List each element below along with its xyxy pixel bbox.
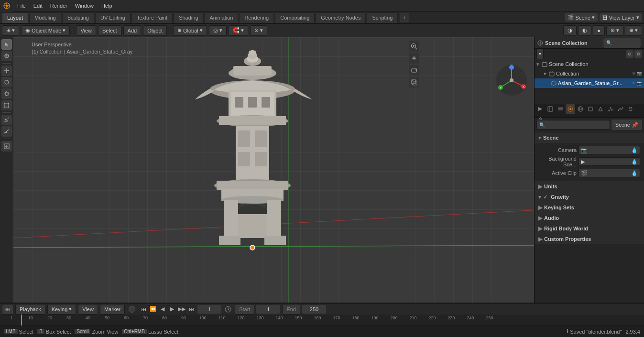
bg-scene-value[interactable]: ▶ 💧 xyxy=(579,157,640,166)
statue-render-icon[interactable]: 📷 xyxy=(637,81,642,86)
custom-props-section-header[interactable]: ▶ Custom Properties xyxy=(535,234,644,244)
outliner-search[interactable]: 🔍 xyxy=(603,38,641,48)
select-menu[interactable]: Select xyxy=(98,25,121,36)
outliner-filter-btn[interactable]: ▾ xyxy=(536,49,544,59)
timeline-editor-type[interactable] xyxy=(2,304,13,315)
tab-texture-paint[interactable]: Texture Paint xyxy=(131,12,173,23)
transform-tool-button[interactable] xyxy=(1,100,12,110)
outliner-sync-btn[interactable]: ⊙ xyxy=(626,50,633,58)
tab-scripting[interactable]: Scripting xyxy=(367,12,398,23)
object-menu[interactable]: Object xyxy=(143,25,167,36)
particles-props-tab[interactable] xyxy=(606,104,615,114)
transform-orientations[interactable]: ⊕ Global ▾ xyxy=(173,25,207,36)
scene-section-header[interactable]: ▾ Scene xyxy=(535,132,644,143)
keying-menu[interactable]: Keying ▾ xyxy=(47,304,76,315)
rotate-tool-button[interactable] xyxy=(1,77,12,87)
scale-tool-button[interactable] xyxy=(1,88,12,99)
menu-window[interactable]: Window xyxy=(71,0,98,11)
view-menu-timeline[interactable]: View xyxy=(78,304,98,315)
axis-gizmo-svg[interactable]: Z X Y xyxy=(495,64,528,97)
outliner-settings-btn[interactable]: ⚙ xyxy=(634,50,642,58)
viewport-3d[interactable]: User Perspective (1) Collection | Asian_… xyxy=(13,37,534,303)
move-tool-button[interactable] xyxy=(1,65,12,76)
output-props-tab[interactable] xyxy=(546,104,555,114)
current-frame-indicator[interactable]: 1 xyxy=(197,305,221,314)
pan-button[interactable] xyxy=(409,53,419,64)
marker-menu[interactable]: Marker xyxy=(100,304,125,315)
view-menu[interactable]: View xyxy=(76,25,96,36)
playback-dot[interactable] xyxy=(129,306,135,313)
snap-button[interactable]: 🧲 ▾ xyxy=(229,25,248,36)
scene-selector[interactable]: 🎬 Scene ▾ xyxy=(565,13,598,22)
scene-props-tab[interactable] xyxy=(566,104,575,114)
step-forward-button[interactable]: ▶▶ xyxy=(177,305,186,314)
tab-sculpting[interactable]: Sculpting xyxy=(62,12,94,23)
world-props-tab[interactable] xyxy=(576,104,585,114)
jump-to-start-button[interactable]: ⏮ xyxy=(139,305,148,314)
props-options-button[interactable]: Scene 📌 xyxy=(611,120,642,130)
render-props-tab[interactable] xyxy=(535,104,545,114)
menu-help[interactable]: Help xyxy=(98,0,116,11)
add-workspace-button[interactable]: + xyxy=(400,13,409,22)
mode-selector[interactable]: ◉ Object Mode ▾ xyxy=(21,25,70,36)
outliner-item-statue[interactable]: Asian_Garden_Statue_Gr... 👁 📷 xyxy=(535,78,644,88)
viewport-visibility-icon[interactable]: 👁 xyxy=(632,71,636,76)
viewport-shading-rendered[interactable]: ● xyxy=(593,25,605,36)
view-layer-props-tab[interactable] xyxy=(556,104,565,114)
camera-value[interactable]: 📷 💧 xyxy=(579,146,640,154)
statue-visibility-icon[interactable]: 👁 xyxy=(632,81,636,86)
add-menu[interactable]: Add xyxy=(123,25,142,36)
viewport-shading-solid[interactable]: ◑ xyxy=(563,25,577,36)
tab-compositing[interactable]: Compositing xyxy=(275,12,315,23)
jump-to-end-button[interactable]: ⏭ xyxy=(187,305,196,314)
tab-rendering[interactable]: Rendering xyxy=(239,12,274,23)
object-props-tab[interactable] xyxy=(586,104,595,114)
constraints-props-tab[interactable] xyxy=(626,104,635,114)
proportional-editing[interactable]: ⊙ ▾ xyxy=(250,25,267,36)
cursor-tool-button[interactable] xyxy=(1,51,12,61)
physics-props-tab[interactable] xyxy=(616,104,625,114)
jump-back-button[interactable]: ⏪ xyxy=(149,305,157,314)
modifier-props-tab[interactable] xyxy=(596,104,605,114)
end-frame-indicator[interactable]: 250 xyxy=(302,305,326,314)
keying-sets-section-header[interactable]: ▶ Keying Sets xyxy=(535,202,644,213)
audio-section-header[interactable]: ▶ Audio xyxy=(535,213,644,223)
rigid-body-section-header[interactable]: ▶ Rigid Body World xyxy=(535,223,644,234)
annotate-tool-button[interactable] xyxy=(1,115,12,125)
viewport-overlays[interactable]: ⊛ ▾ xyxy=(606,25,623,36)
playback-menu[interactable]: Playback xyxy=(15,304,45,315)
tab-uv-editing[interactable]: UV Editing xyxy=(95,12,131,23)
step-back-button[interactable]: ◀ xyxy=(158,305,167,314)
tab-modeling[interactable]: Modeling xyxy=(29,12,61,23)
play-forward-button[interactable]: ▶ xyxy=(168,305,176,314)
render-visibility-icon[interactable]: 📷 xyxy=(637,71,642,76)
editor-type-button[interactable]: ⊞ ▾ xyxy=(2,25,19,36)
viewport-gizmos[interactable]: ⊕ ▾ xyxy=(625,25,642,36)
outliner-item-scene-collection[interactable]: ▾ Scene Collection xyxy=(535,59,644,69)
camera-view-button[interactable] xyxy=(409,65,419,76)
view-layer-selector[interactable]: 🖼 View Layer ▾ xyxy=(600,13,642,22)
tab-layout[interactable]: Layout xyxy=(2,12,28,23)
start-frame-indicator[interactable]: 1 xyxy=(256,305,280,314)
zoom-in-button[interactable] xyxy=(409,41,419,52)
menu-edit[interactable]: Edit xyxy=(30,0,46,11)
active-clip-value[interactable]: 🎬 💧 xyxy=(579,169,640,177)
outliner-item-collection[interactable]: ▾ Collection 👁 📷 xyxy=(535,69,644,78)
gravity-checkbox[interactable]: ✓ xyxy=(543,194,547,200)
pivot-point[interactable]: ◎ ▾ xyxy=(209,25,227,36)
add-tool-button[interactable] xyxy=(1,141,12,152)
units-section-header[interactable]: ▶ Units xyxy=(535,181,644,192)
props-search-box[interactable]: 🔍 xyxy=(536,120,610,130)
gravity-section-header[interactable]: ▾ ✓ Gravity xyxy=(535,192,644,202)
select-tool-button[interactable] xyxy=(1,39,12,50)
timeline-ruler-area[interactable]: 1 10 20 30 40 50 60 70 80 90 100 110 120… xyxy=(0,315,644,326)
axis-gizmo-container: Z X Y xyxy=(495,64,528,98)
tab-geometry-nodes[interactable]: Geometry Nodes xyxy=(316,12,366,23)
tab-shading[interactable]: Shading xyxy=(174,12,203,23)
measure-tool-button[interactable] xyxy=(1,126,12,137)
menu-file[interactable]: File xyxy=(13,0,30,11)
tab-animation[interactable]: Animation xyxy=(205,12,239,23)
viewport-shading-material[interactable]: ◐ xyxy=(578,25,591,36)
perspective-ortho-button[interactable] xyxy=(409,77,419,87)
menu-render[interactable]: Render xyxy=(46,0,71,11)
